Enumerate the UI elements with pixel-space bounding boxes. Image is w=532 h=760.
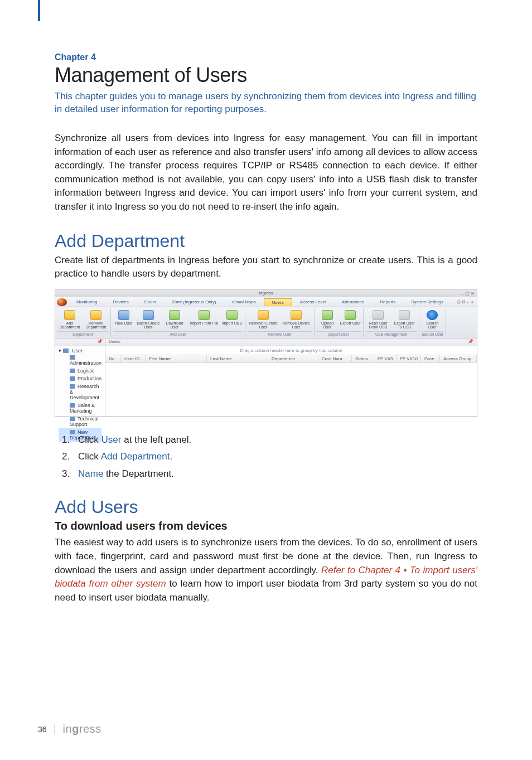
ribbon-group-label: Department xyxy=(57,331,108,336)
tree-expand-icon[interactable]: ▾ xyxy=(59,348,61,354)
column-header[interactable]: Department xyxy=(268,355,318,362)
column-header[interactable]: No. xyxy=(105,355,121,362)
tree-item[interactable]: Technical Support xyxy=(59,415,101,428)
window-title: Ingress xyxy=(259,291,273,296)
section-add-department: Add Department xyxy=(55,231,477,251)
ribbon-group-label: Export User xyxy=(317,331,361,336)
ribbon-button[interactable]: Import From File xyxy=(188,309,220,330)
ribbon-button[interactable]: New User xyxy=(113,309,134,330)
nav-tab[interactable]: Attendance xyxy=(334,298,372,306)
ribbon-button[interactable]: Remove Device User xyxy=(280,309,312,330)
department-icon xyxy=(70,369,75,373)
ribbon-button[interactable]: Export User To USB xyxy=(392,309,417,330)
window-buttons[interactable]: — ▢ ✕ xyxy=(460,290,475,298)
ribbon-button-label: Read User From USB xyxy=(366,321,390,330)
add-department-icon xyxy=(64,310,75,320)
panel-pin-icon[interactable]: 📌 xyxy=(468,339,473,345)
chapter-intro: This chapter guides you to manage users … xyxy=(55,90,477,116)
page-title: Management of Users xyxy=(55,64,477,87)
ribbon-button-label: Import From File xyxy=(190,321,218,325)
department-icon xyxy=(70,417,75,421)
section-add-users: Add Users xyxy=(55,497,477,517)
section-desc: Create list of departments in Ingress be… xyxy=(55,254,477,281)
ribbon-group-label: Remove User xyxy=(248,331,312,336)
nav-tab[interactable]: Reports xyxy=(372,298,403,306)
subsection-download-users: To download users from devices xyxy=(55,520,477,533)
page-number: 36 xyxy=(38,725,47,734)
ribbon-group-label: USB Management xyxy=(366,331,417,336)
ribbon-button-label: Batch Create User xyxy=(136,321,161,330)
nav-tab[interactable]: Devices xyxy=(105,298,136,306)
step-item: Click User at the left panel. xyxy=(72,432,477,449)
ribbon-button[interactable]: Search User xyxy=(422,309,443,330)
nav-tab[interactable]: Users xyxy=(264,298,292,306)
column-header[interactable]: Card Num. xyxy=(318,355,352,362)
column-header[interactable]: User ID xyxy=(121,355,146,362)
ribbon-button-label: Export User To USB xyxy=(392,321,417,330)
ribbon-button[interactable]: Add Department xyxy=(57,309,82,330)
ribbon-button[interactable]: Read User From USB xyxy=(366,309,390,330)
pin-icon[interactable]: 📌 xyxy=(97,339,103,344)
column-header[interactable]: Status xyxy=(352,355,374,362)
column-header[interactable]: First Name xyxy=(146,355,207,362)
batch-create-user-icon xyxy=(143,310,154,320)
export-user-to-usb-icon xyxy=(399,310,410,320)
nav-tab[interactable]: Access Level xyxy=(292,298,334,306)
ribbon-button-label: Export User xyxy=(340,321,361,325)
nav-tab[interactable]: Monitoring xyxy=(69,298,105,306)
ribbon-button-label: Remove Device User xyxy=(280,321,312,330)
tree-item[interactable]: Sales & Marketing xyxy=(59,401,101,415)
ribbon-button[interactable]: Remove Department xyxy=(84,309,108,330)
tree-item[interactable]: Administration xyxy=(59,354,101,367)
column-header[interactable]: Access Group xyxy=(440,355,477,362)
ribbon-button[interactable]: Download User xyxy=(162,309,187,330)
tree-root-label[interactable]: User xyxy=(72,348,83,354)
inline-link: Add Department xyxy=(101,451,170,462)
new-user-icon xyxy=(118,310,129,320)
inline-link: Name xyxy=(78,468,103,479)
read-user-from-usb-icon xyxy=(373,310,384,320)
chapter-label: Chapter 4 xyxy=(55,52,477,62)
department-icon xyxy=(70,384,75,389)
user-folder-icon xyxy=(63,348,69,353)
department-icon xyxy=(70,403,75,408)
tree-item[interactable]: Production xyxy=(59,375,101,383)
column-header[interactable]: FP VX10 xyxy=(396,355,421,362)
remove-device-user-icon xyxy=(291,310,302,320)
ribbon-button-label: New User xyxy=(115,321,133,325)
nav-tab[interactable]: Zone (Ingressus Only) xyxy=(164,298,224,306)
tree-item[interactable]: Logistic xyxy=(59,367,101,375)
tree-item[interactable]: Research & Development xyxy=(59,383,101,401)
remove-department-icon xyxy=(90,310,101,320)
ribbon-button-label: Download User xyxy=(162,321,187,330)
ribbon-button[interactable]: Upload User xyxy=(317,309,338,330)
add-users-paragraph: The easiest way to add users is to synch… xyxy=(55,536,477,604)
ribbon-button[interactable]: Remove Current User xyxy=(248,309,279,330)
nav-tab[interactable]: System Settings xyxy=(403,298,451,306)
title-right-icons[interactable]: ⎙ ⧉ ▾ ▣ xyxy=(457,299,477,305)
column-header[interactable]: FP VX9 xyxy=(374,355,396,362)
nav-tab[interactable]: Doors xyxy=(137,298,164,306)
column-header[interactable]: Last Name xyxy=(207,355,268,362)
ribbon-button[interactable]: Export User xyxy=(340,309,361,330)
ribbon-button[interactable]: Batch Create User xyxy=(136,309,161,330)
nav-tab[interactable]: Visual Maps xyxy=(224,298,263,306)
remove-current-user-icon xyxy=(258,310,269,320)
department-icon xyxy=(70,376,75,381)
app-logo-icon xyxy=(57,298,67,306)
step-item: Click Add Department. xyxy=(72,448,477,466)
ribbon-group-label: Add User xyxy=(113,331,243,336)
import-from-file-icon xyxy=(199,310,210,320)
department-icon xyxy=(70,355,75,360)
ribbon-button-label: Add Department xyxy=(57,321,82,330)
upload-user-icon xyxy=(322,310,333,320)
column-header[interactable]: Face xyxy=(421,355,440,362)
ribbon-button[interactable]: Import UBS xyxy=(221,309,243,330)
ribbon-button-label: Upload User xyxy=(317,321,338,330)
inline-link: User xyxy=(101,434,122,445)
ribbon-button-label: Remove Department xyxy=(84,321,108,330)
ribbon-button-label: Remove Current User xyxy=(248,321,279,330)
step-item: Name the Department. xyxy=(72,466,477,483)
export-user-icon xyxy=(345,310,356,320)
steps-list: Click User at the left panel.Click Add D… xyxy=(55,432,477,483)
